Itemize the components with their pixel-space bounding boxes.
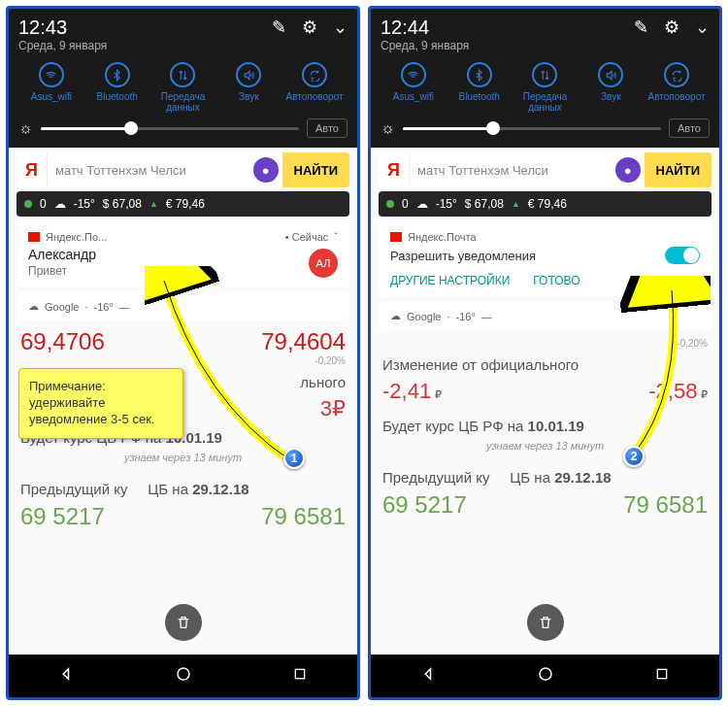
cloud-icon: ☁: [28, 300, 39, 313]
data-icon: [170, 62, 195, 87]
qs-sound[interactable]: Звук: [578, 62, 644, 113]
data-icon: [532, 62, 557, 87]
bluetooth-icon: [105, 62, 130, 87]
qs-rotate[interactable]: Автоповорот: [644, 62, 710, 113]
notification-google[interactable]: ☁ Google ·-16° —: [379, 302, 711, 330]
auto-brightness-button[interactable]: Авто: [669, 118, 710, 138]
qs-wifi[interactable]: Asus_wifi: [18, 62, 84, 113]
bluetooth-icon: [467, 62, 492, 87]
svg-rect-3: [657, 669, 666, 678]
rotate-icon: [664, 62, 689, 87]
yandex-logo: Я: [379, 152, 410, 187]
notification-shade: 12:44 Среда, 9 января ✎ ⚙ ⌄ Asus_wifi Bl…: [371, 9, 719, 148]
status-dot: [386, 200, 394, 208]
notification-settings-panel[interactable]: Яндекс.Почта Разрешить уведомления ДРУГИ…: [379, 221, 711, 297]
cloud-icon: ☁: [390, 310, 401, 322]
phone-right: 12:44 Среда, 9 января ✎ ⚙ ⌄ Asus_wifi Bl…: [368, 6, 722, 700]
qs-wifi[interactable]: Asus_wifi: [381, 62, 447, 113]
annotation-badge-2: 2: [623, 446, 645, 467]
rotate-icon: [302, 62, 327, 87]
date: Среда, 9 января: [18, 39, 107, 52]
svg-rect-1: [295, 669, 304, 678]
recents-button[interactable]: [654, 666, 670, 686]
search-input[interactable]: матч Тоттенхэм Челси: [48, 163, 253, 178]
clock: 12:44: [381, 17, 469, 39]
notification-body: Привет: [28, 264, 338, 278]
recents-button[interactable]: [292, 666, 308, 686]
brightness-slider[interactable]: ☼ Авто: [18, 118, 347, 138]
find-button[interactable]: НАЙТИ: [282, 152, 349, 187]
sound-icon: [598, 62, 623, 87]
mail-icon: [390, 232, 402, 242]
weather-bar[interactable]: 0 ☁-15° $ 67,08▲ € 79,46: [17, 191, 349, 217]
avatar: АЛ: [309, 249, 338, 278]
nav-bar: [371, 655, 719, 697]
mic-icon[interactable]: ●: [615, 157, 641, 183]
mail-icon: [28, 232, 40, 242]
chevron-down-icon[interactable]: ⌄: [695, 17, 710, 38]
gear-icon[interactable]: ⚙: [664, 17, 679, 38]
brightness-icon: ☼: [18, 119, 33, 137]
notification-yandex-mail[interactable]: Яндекс.По... • Сейчас ˇ Александр Привет…: [17, 221, 349, 287]
quick-settings: Asus_wifi Bluetooth Передача данных Звук…: [381, 62, 710, 113]
notification-shade: 12:43 Среда, 9 января ✎ ⚙ ⌄ Asus_wifi Bl…: [9, 9, 357, 148]
auto-brightness-button[interactable]: Авто: [307, 118, 347, 138]
clear-all-button[interactable]: [165, 604, 202, 641]
qs-data[interactable]: Передача данных: [150, 62, 216, 113]
cloud-icon: ☁: [54, 197, 66, 211]
mic-icon[interactable]: ●: [253, 157, 279, 183]
done-button[interactable]: ГОТОВО: [533, 274, 579, 287]
back-button[interactable]: [420, 665, 438, 687]
yandex-search-widget[interactable]: Я матч Тоттенхэм Челси ● НАЙТИ: [379, 152, 711, 187]
cloud-icon: ☁: [416, 197, 428, 211]
home-button[interactable]: [537, 665, 554, 687]
nav-bar: [9, 655, 357, 697]
edit-icon[interactable]: ✎: [634, 17, 648, 38]
back-button[interactable]: [58, 665, 76, 687]
find-button[interactable]: НАЙТИ: [645, 152, 711, 187]
home-button[interactable]: [175, 665, 192, 687]
notification-title: Александр: [28, 247, 338, 262]
wifi-icon: [401, 62, 426, 87]
allow-notifications-label: Разрешить уведомления: [390, 249, 536, 263]
more-settings-button[interactable]: ДРУГИЕ НАСТРОЙКИ: [390, 274, 510, 287]
yandex-search-widget[interactable]: Я матч Тоттенхэм Челси ● НАЙТИ: [17, 152, 349, 187]
qs-bluetooth[interactable]: Bluetooth: [447, 62, 513, 113]
clock: 12:43: [18, 17, 107, 39]
background-app: -0,20% Изменение от официального -2,41 ₽…: [371, 330, 719, 526]
svg-point-2: [540, 668, 551, 680]
status-dot: [24, 200, 32, 208]
date: Среда, 9 января: [381, 39, 469, 52]
annotation-callout: Примечание: удерживайте уведомление 3-5 …: [18, 368, 183, 439]
search-input[interactable]: матч Тоттенхэм Челси: [410, 163, 615, 178]
clear-all-button[interactable]: [527, 604, 564, 641]
qs-rotate[interactable]: Автоповорот: [281, 62, 347, 113]
wifi-icon: [39, 62, 64, 87]
edit-icon[interactable]: ✎: [272, 17, 286, 38]
qs-sound[interactable]: Звук: [215, 62, 281, 113]
gear-icon[interactable]: ⚙: [302, 17, 317, 38]
sound-icon: [236, 62, 261, 87]
annotation-badge-1: 1: [283, 448, 305, 469]
qs-data[interactable]: Передача данных: [513, 62, 579, 113]
chevron-down-icon[interactable]: ˇ: [334, 231, 338, 243]
qs-bluetooth[interactable]: Bluetooth: [84, 62, 150, 113]
chevron-down-icon[interactable]: ⌄: [333, 17, 347, 38]
svg-point-0: [178, 668, 189, 680]
allow-notifications-toggle[interactable]: [665, 247, 700, 264]
notification-google[interactable]: ☁ Google ·-16° —: [17, 292, 349, 320]
weather-bar[interactable]: 0 ☁-15° $ 67,08▲ € 79,46: [379, 191, 711, 217]
brightness-slider[interactable]: ☼ Авто: [381, 118, 710, 138]
phone-left: 12:43 Среда, 9 января ✎ ⚙ ⌄ Asus_wifi Bl…: [6, 6, 360, 700]
brightness-icon: ☼: [381, 119, 395, 137]
yandex-logo: Я: [17, 152, 48, 187]
quick-settings: Asus_wifi Bluetooth Передача данных Звук…: [18, 62, 347, 113]
